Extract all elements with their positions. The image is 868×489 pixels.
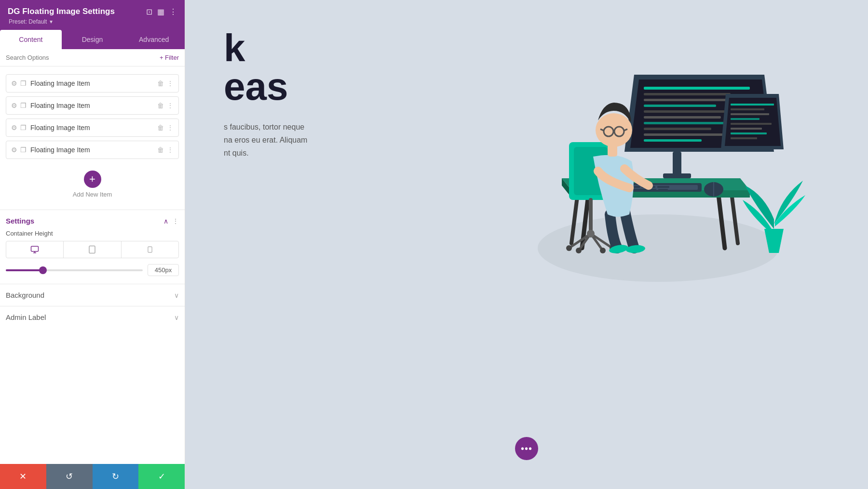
grid-icon[interactable]: ▦ [157, 7, 164, 16]
slider-thumb[interactable] [39, 266, 47, 274]
gear-icon[interactable]: ⚙ [11, 146, 17, 154]
delete-icon[interactable]: 🗑 [157, 102, 164, 109]
add-new-item-button[interactable]: + Add New Item [6, 163, 179, 206]
svg-rect-36 [731, 128, 762, 130]
svg-point-61 [566, 245, 572, 251]
item-actions: 🗑 ⋮ [157, 102, 174, 109]
svg-rect-47 [657, 186, 669, 188]
slider-track[interactable] [6, 269, 143, 271]
more-options-icon[interactable]: ⋮ [167, 124, 174, 132]
svg-rect-26 [644, 128, 711, 130]
chevron-down-icon: ∨ [174, 291, 179, 299]
add-circle-icon: + [84, 171, 101, 188]
svg-rect-28 [644, 139, 702, 142]
settings-title: Settings [6, 217, 34, 225]
floating-dots-button[interactable]: ••• [515, 437, 538, 460]
delete-icon[interactable]: 🗑 [157, 79, 164, 87]
item-actions: 🗑 ⋮ [157, 79, 174, 87]
svg-rect-34 [731, 118, 760, 120]
slider-fill [6, 269, 43, 271]
svg-rect-15 [673, 152, 681, 176]
illustration [434, 0, 868, 337]
gear-icon[interactable]: ⚙ [11, 79, 17, 87]
admin-label-section: Admin Label ∨ [0, 306, 185, 328]
svg-rect-50 [658, 189, 668, 191]
list-item: ⚙ ❐ Floating Image Item 🗑 ⋮ [6, 119, 179, 137]
item-label: Floating Image Item [30, 102, 153, 109]
svg-point-60 [587, 230, 595, 238]
device-tabs [6, 241, 179, 258]
more-options-icon[interactable]: ⋮ [167, 79, 174, 87]
filter-button[interactable]: + Filter [160, 54, 179, 61]
svg-point-63 [576, 248, 582, 253]
items-list: ⚙ ❐ Floating Image Item 🗑 ⋮ ⚙ ❐ Floating… [0, 70, 185, 210]
duplicate-icon[interactable]: ❐ [20, 79, 27, 87]
svg-rect-27 [644, 133, 728, 136]
gear-icon[interactable]: ⚙ [11, 102, 17, 109]
svg-point-64 [600, 248, 606, 253]
body-text: s faucibus, tortor nequena eros eu erat.… [224, 120, 344, 160]
gear-icon[interactable]: ⚙ [11, 124, 17, 132]
tab-content[interactable]: Content [0, 30, 62, 49]
svg-rect-31 [731, 104, 774, 106]
chevron-up-icon: ∧ [163, 217, 168, 225]
svg-rect-0 [31, 246, 39, 251]
item-label: Floating Image Item [30, 79, 153, 87]
mobile-tab[interactable] [122, 241, 178, 258]
search-input[interactable] [6, 54, 156, 61]
section-header-right: ∧ ⋮ [163, 217, 179, 225]
duplicate-icon[interactable]: ❐ [20, 146, 27, 154]
background-header[interactable]: Background ∨ [6, 284, 179, 306]
svg-rect-19 [644, 87, 750, 90]
cancel-button[interactable]: ✕ [0, 464, 46, 489]
save-button[interactable]: ✓ [138, 464, 185, 489]
bottom-toolbar: ✕ ↺ ↻ ✓ [0, 464, 185, 489]
more-icon[interactable]: ⋮ [169, 7, 177, 16]
admin-label-header[interactable]: Admin Label ∨ [6, 306, 179, 328]
add-item-label: Add New Item [73, 191, 112, 198]
background-title: Background [6, 291, 44, 299]
undo-button[interactable]: ↺ [46, 464, 93, 489]
list-item: ⚙ ❐ Floating Image Item 🗑 ⋮ [6, 141, 179, 159]
svg-rect-20 [644, 93, 731, 95]
item-icons: ⚙ ❐ [11, 79, 27, 87]
more-options-icon[interactable]: ⋮ [167, 102, 174, 109]
desktop-tab[interactable] [6, 241, 64, 258]
settings-icon[interactable]: ⊡ [146, 7, 152, 16]
duplicate-icon[interactable]: ❐ [20, 124, 27, 132]
height-slider-container: 450px [6, 264, 179, 276]
slider-value[interactable]: 450px [148, 264, 179, 276]
sidebar-title: DG Floating Image Settings [8, 7, 115, 16]
delete-icon[interactable]: 🗑 [157, 146, 164, 154]
svg-rect-44 [634, 186, 640, 188]
tablet-tab[interactable] [64, 241, 121, 258]
admin-label-title: Admin Label [6, 313, 46, 321]
svg-rect-33 [731, 113, 769, 115]
svg-rect-23 [644, 110, 735, 113]
settings-section: Settings ∧ ⋮ Container Height [0, 210, 185, 276]
tab-advanced[interactable]: Advanced [123, 30, 185, 49]
search-bar: + Filter [0, 49, 185, 66]
svg-rect-37 [731, 132, 767, 134]
more-options-icon[interactable]: ⋮ [167, 146, 174, 154]
preset-label[interactable]: Preset: Default ▾ [8, 18, 177, 25]
redo-button[interactable]: ↻ [93, 464, 139, 489]
item-icons: ⚙ ❐ [11, 102, 27, 109]
sidebar-tabs: Content Design Advanced [0, 30, 185, 49]
settings-header[interactable]: Settings ∧ ⋮ [6, 210, 179, 230]
svg-rect-5 [148, 247, 152, 252]
container-height-label: Container Height [6, 230, 179, 237]
section-more-icon[interactable]: ⋮ [172, 217, 179, 225]
list-item: ⚙ ❐ Floating Image Item 🗑 ⋮ [6, 96, 179, 115]
sidebar-header: DG Floating Image Settings ⊡ ▦ ⋮ Preset:… [0, 0, 185, 30]
background-section: Background ∨ [0, 284, 185, 306]
sidebar: DG Floating Image Settings ⊡ ▦ ⋮ Preset:… [0, 0, 185, 489]
svg-rect-22 [644, 105, 716, 107]
svg-rect-32 [731, 108, 764, 110]
item-icons: ⚙ ❐ [11, 146, 27, 154]
tab-design[interactable]: Design [62, 30, 123, 49]
svg-rect-16 [663, 173, 691, 178]
delete-icon[interactable]: 🗑 [157, 124, 164, 132]
item-actions: 🗑 ⋮ [157, 124, 174, 132]
duplicate-icon[interactable]: ❐ [20, 102, 27, 109]
